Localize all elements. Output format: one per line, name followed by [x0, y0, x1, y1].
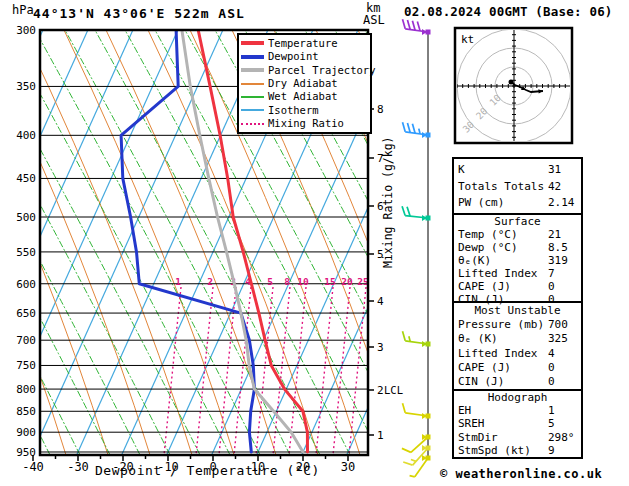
- stat-label: θₑ(K): [458, 254, 548, 267]
- stat-label: CIN (J): [458, 375, 548, 388]
- svg-text:600: 600: [16, 278, 36, 291]
- stat-value: 700: [548, 318, 577, 331]
- svg-text:3: 3: [377, 341, 384, 354]
- stats-row: Lifted Index4: [458, 347, 577, 360]
- stat-value: 1: [548, 404, 577, 417]
- stats-row: θₑ (K)325: [458, 332, 577, 345]
- stats-box-header: Most Unstable: [458, 304, 577, 317]
- wind-barb: [403, 122, 431, 138]
- svg-text:-40: -40: [22, 460, 44, 474]
- stat-value: 7: [548, 267, 577, 280]
- legend-swatch-dry-adiabat: [241, 83, 264, 85]
- stats-box-surface: SurfaceTemp (°C)21Dewp (°C)8.5θₑ(K)319Li…: [452, 213, 583, 303]
- stat-label: Dewp (°C): [458, 241, 548, 254]
- stat-value: 298°: [548, 431, 577, 444]
- run-datetime: 02.08.2024 00GMT (Base: 06): [404, 4, 613, 19]
- svg-text:300: 300: [16, 24, 36, 37]
- legend-label: Temperature: [268, 38, 338, 49]
- legend-item: Temperature: [241, 37, 368, 49]
- altitude-ref-label: ASL: [363, 13, 385, 27]
- stats-box-indices: K31Totals Totals42PW (cm)2.14: [452, 157, 583, 215]
- svg-text:2: 2: [377, 384, 384, 397]
- stats-row: Dewp (°C)8.5: [458, 241, 577, 254]
- svg-text:900: 900: [16, 426, 36, 439]
- stat-label: PW (cm): [458, 196, 548, 209]
- stat-label: θₑ (K): [458, 332, 548, 345]
- legend-item: Parcel Trajectory: [241, 64, 368, 76]
- svg-text:750: 750: [16, 359, 36, 372]
- stat-value: 0: [548, 375, 577, 388]
- legend-item: Dewpoint: [241, 51, 368, 63]
- stat-label: Totals Totals: [458, 180, 548, 193]
- legend-label: Wet Adiabat: [268, 91, 338, 102]
- stats-row: Totals Totals42: [458, 180, 577, 193]
- svg-text:500: 500: [16, 211, 36, 224]
- wind-barb: [403, 403, 431, 419]
- stats-row: CAPE (J)0: [458, 280, 577, 293]
- credit-footer: © weatheronline.co.uk: [440, 467, 602, 481]
- stats-row: Lifted Index7: [458, 267, 577, 280]
- svg-text:-30: -30: [67, 460, 89, 474]
- stat-label: CAPE (J): [458, 280, 548, 293]
- svg-text:4: 4: [377, 295, 384, 308]
- legend-item: Mixing Ratio: [241, 118, 368, 130]
- svg-text:400: 400: [16, 129, 36, 142]
- stat-label: Lifted Index: [458, 347, 548, 360]
- wind-barb: [410, 455, 431, 477]
- legend-item: Dry Adiabat: [241, 78, 368, 90]
- stat-value: 0: [548, 361, 577, 374]
- sounding-screenshot: 3003504004505005506006507007508008509009…: [0, 0, 629, 486]
- svg-text:800: 800: [16, 383, 36, 396]
- legend-label: Mixing Ratio: [268, 118, 344, 129]
- stats-row: SREH5: [458, 417, 577, 430]
- svg-text:2: 2: [207, 276, 213, 287]
- legend-item: Wet Adiabat: [241, 91, 368, 103]
- legend-swatch-wet-adiabat: [241, 96, 264, 98]
- pressure-tick-labels: 3003504004505005506006507007508008509009…: [16, 24, 36, 459]
- stat-label: StmDir: [458, 431, 548, 444]
- stat-value: 5: [548, 417, 577, 430]
- svg-text:5: 5: [267, 276, 273, 287]
- stat-value: 21: [548, 228, 577, 241]
- stat-label: CAPE (J): [458, 361, 548, 374]
- stat-value: 31: [548, 163, 577, 176]
- legend-label: Dewpoint: [268, 51, 319, 62]
- svg-text:450: 450: [16, 172, 36, 185]
- stats-panels: K31Totals Totals42PW (cm)2.14SurfaceTemp…: [452, 157, 583, 459]
- stats-row: CAPE (J)0: [458, 361, 577, 374]
- stats-box-hodograph: HodographEH1SREH5StmDir298°StmSpd (kt)9: [452, 389, 583, 459]
- svg-text:850: 850: [16, 405, 36, 418]
- svg-text:15: 15: [324, 276, 336, 287]
- svg-text:700: 700: [16, 334, 36, 347]
- stats-row: θₑ(K)319: [458, 254, 577, 267]
- legend-swatch-dewpoint: [241, 55, 264, 59]
- stats-row: PW (cm)2.14: [458, 196, 577, 209]
- legend-item: Isotherm: [241, 104, 368, 116]
- stat-label: SREH: [458, 417, 548, 430]
- stat-value: 319: [548, 254, 577, 267]
- legend-swatch-temperature: [241, 41, 264, 45]
- stats-row: CIN (J)0: [458, 375, 577, 388]
- wind-barb: [403, 331, 431, 347]
- stats-row: Pressure (mb)700: [458, 318, 577, 331]
- stats-box-most-unstable: Most UnstablePressure (mb)700θₑ (K)325Li…: [452, 301, 583, 391]
- stats-row: EH1: [458, 404, 577, 417]
- stats-box-header: Hodograph: [458, 391, 577, 404]
- svg-text:1: 1: [175, 276, 181, 287]
- svg-text:20: 20: [341, 276, 353, 287]
- svg-text:30: 30: [341, 460, 355, 474]
- hodograph: 102030kt: [455, 28, 572, 143]
- svg-text:8: 8: [284, 276, 290, 287]
- svg-text:1: 1: [377, 429, 384, 442]
- svg-text:kt: kt: [461, 33, 474, 46]
- svg-text:350: 350: [16, 80, 36, 93]
- wind-barb: [403, 19, 431, 35]
- legend-swatch-parcel: [241, 68, 264, 72]
- stat-label: StmSpd (kt): [458, 444, 548, 457]
- stat-label: Lifted Index: [458, 267, 548, 280]
- stat-value: 325: [548, 332, 577, 345]
- stat-value: 42: [548, 180, 577, 193]
- stats-row: StmSpd (kt)9: [458, 444, 577, 457]
- svg-text:10: 10: [297, 276, 309, 287]
- station-title: 44°13'N 43°06'E 522m ASL: [33, 6, 245, 21]
